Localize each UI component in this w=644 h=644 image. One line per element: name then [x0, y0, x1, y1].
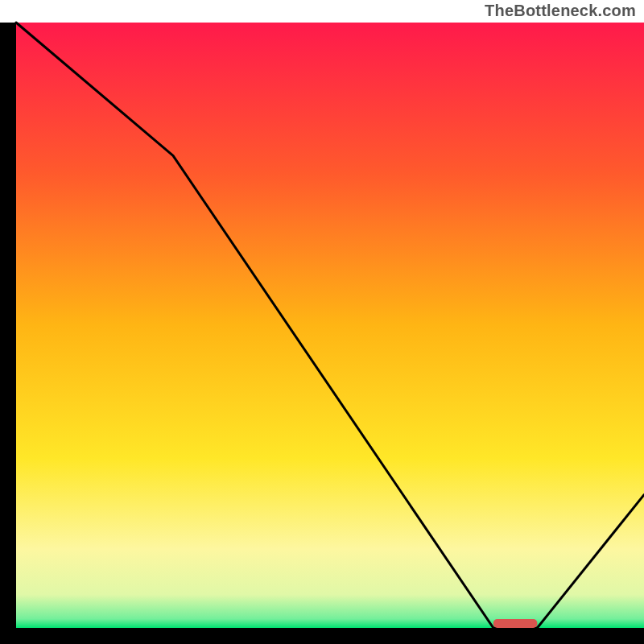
- chart-container: { "attribution": "TheBottleneck.com", "c…: [0, 0, 644, 644]
- bottleneck-chart: [0, 0, 644, 644]
- y-axis: [0, 23, 16, 644]
- plot-background: [16, 23, 644, 628]
- attribution-label: TheBottleneck.com: [485, 2, 636, 20]
- x-axis: [0, 628, 644, 644]
- optimal-range-marker: [493, 619, 538, 628]
